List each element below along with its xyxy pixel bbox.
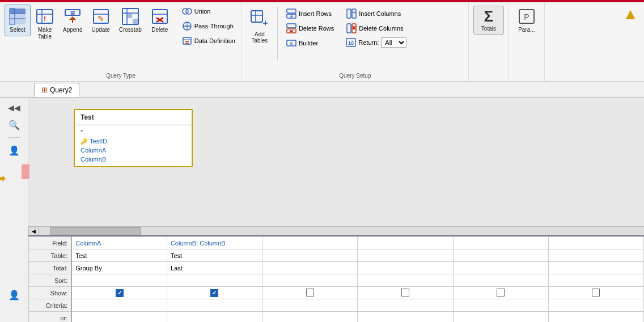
delete-rows-button[interactable]: Delete Rows [282,22,338,35]
total-cell-6[interactable] [548,262,643,274]
or-cell-6[interactable] [548,312,643,323]
query2-tab[interactable]: ⊞ Query2 [34,83,79,97]
params-icon: P [518,7,536,26]
sort-cell-4[interactable] [358,274,453,287]
table-row-all[interactable]: * [75,128,192,137]
criteria-cell-6[interactable] [548,299,643,312]
table-cell-6[interactable] [548,249,643,262]
table-row-columnb[interactable]: ColumnB [75,155,192,164]
insert-columns-button[interactable]: Insert Columns [342,7,410,20]
field-cell-2[interactable]: ColumnB: ColumnB [167,237,262,249]
svg-text:▦: ▦ [70,10,75,15]
delete-columns-icon [346,23,357,33]
field-cell-1[interactable]: ColumnA [71,237,167,249]
data-definition-button[interactable]: Data Definition [178,34,239,48]
criteria-cell-1[interactable] [71,299,167,312]
show-checkbox-2[interactable] [210,289,218,297]
sidebar-bottom-icon[interactable]: 👤 [7,288,21,302]
sort-cell-2[interactable] [167,274,262,287]
table-row-columna[interactable]: ColumnA [75,146,192,155]
field-cell-4[interactable] [358,237,453,249]
sort-cell-3[interactable] [262,274,358,287]
make-table-button[interactable]: ! MakeTable [32,5,58,43]
insert-rows-label: Insert Rows [299,10,332,17]
sort-cell-1[interactable] [71,274,167,287]
table-cell-2[interactable]: Test [167,249,262,262]
search-sidebar-icon[interactable]: 🔍 [7,118,21,132]
union-button[interactable]: Union [178,5,239,18]
svg-rect-38 [287,9,296,13]
delete-button[interactable]: Delete [147,5,173,36]
total-cell-3[interactable] [262,262,358,274]
yellow-arrow-left: ➡ [0,171,6,186]
totals-button[interactable]: Σ Totals [473,6,504,35]
total-cell-5[interactable] [453,262,548,274]
or-cell-2[interactable] [167,312,262,323]
or-cell-4[interactable] [358,312,453,323]
make-table-label: MakeTable [38,27,52,40]
add-tables-button[interactable]: + AddTables [244,5,275,71]
show-cell-6[interactable] [548,287,643,299]
table-cell-3[interactable] [262,249,358,262]
hscroll-left-button[interactable]: ◀ [28,227,39,236]
show-cell-1[interactable] [71,287,167,299]
builder-button[interactable]: ⚙ Builder [282,36,338,50]
criteria-cell-2[interactable] [167,299,262,312]
field-row: Field: ColumnA ColumnB: ColumnB [29,237,644,249]
delete-columns-button[interactable]: Delete Columns [342,22,410,35]
return-label: Return: [358,39,379,46]
show-checkbox-3[interactable] [306,289,314,296]
svg-text:✎: ✎ [98,14,104,23]
or-cell-3[interactable] [262,312,358,323]
sort-cell-5[interactable] [453,274,548,287]
select-label: Select [10,27,26,33]
sidebar: ◀◀ 🔍 👤 👤 ➡ [0,98,28,322]
user-icon[interactable]: 👤 [7,143,21,157]
or-cell-5[interactable] [453,312,548,323]
union-icon [182,6,192,16]
show-cell-3[interactable] [262,287,358,299]
crosstab-button[interactable]: Crosstab [115,5,146,36]
sort-cell-6[interactable] [548,274,643,287]
hscroll-thumb[interactable] [50,227,141,235]
update-button[interactable]: ✎ Update [87,5,113,36]
table-row-testid[interactable]: 🔑 TestID [75,137,192,146]
total-cell-2[interactable]: Last [167,262,262,274]
query-grid: Field: ColumnA ColumnB: ColumnB Table: T… [28,235,644,322]
insert-rows-icon [286,9,296,19]
collapse-arrow[interactable]: ◀◀ [9,102,20,113]
show-checkbox-1[interactable] [116,289,124,297]
or-cell-1[interactable] [71,312,167,323]
params-button[interactable]: P Para... [514,5,540,36]
bottom-user-icon[interactable]: 👤 [7,288,21,302]
select-button[interactable]: Select [5,5,31,36]
insert-rows-button[interactable]: Insert Rows [282,7,338,20]
or-row: or: [29,312,644,323]
show-checkbox-6[interactable] [592,289,600,296]
criteria-cell-3[interactable] [262,299,358,312]
total-cell-1[interactable]: Group By [71,262,167,274]
field-cell-6[interactable] [548,237,643,249]
data-definition-label: Data Definition [194,37,235,44]
delete-icon [151,7,169,26]
show-checkbox-4[interactable] [401,289,409,296]
table-cell-5[interactable] [453,249,548,262]
pass-through-button[interactable]: Pass-Through [178,19,239,33]
field-cell-5[interactable] [453,237,548,249]
show-cell-4[interactable] [358,287,453,299]
show-cell-2[interactable] [167,287,262,299]
show-cell-5[interactable] [453,287,548,299]
show-checkbox-5[interactable] [497,289,505,296]
table-cell-4[interactable] [358,249,453,262]
sigma-icon: Σ [484,9,494,24]
table-cell-1[interactable]: Test [71,249,167,262]
criteria-cell-4[interactable] [358,299,453,312]
total-cell-4[interactable] [358,262,453,274]
query-setup-label: Query Setup [242,73,468,79]
field-cell-3[interactable] [262,237,358,249]
criteria-cell-5[interactable] [453,299,548,312]
append-button[interactable]: ▦ Append [59,5,86,36]
return-dropdown[interactable]: All 5 25 100 [381,37,406,48]
params-label: Para... [518,27,535,33]
data-definition-icon [182,36,192,46]
